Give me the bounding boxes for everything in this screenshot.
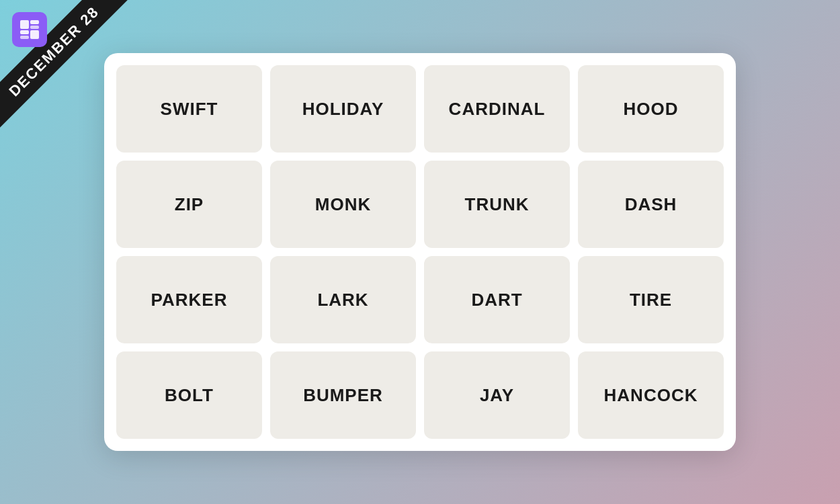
cell-label-8: PARKER <box>151 290 228 310</box>
app-logo-svg <box>19 19 40 40</box>
grid-cell-13[interactable]: BUMPER <box>270 351 416 439</box>
cell-label-9: LARK <box>317 290 368 310</box>
cell-label-3: HOOD <box>624 99 679 120</box>
cell-label-13: BUMPER <box>303 385 383 406</box>
cell-label-4: ZIP <box>175 194 204 215</box>
grid-cell-7[interactable]: DASH <box>578 161 724 248</box>
cell-label-5: MONK <box>315 194 371 215</box>
cell-label-12: BOLT <box>165 385 214 406</box>
cell-label-6: TRUNK <box>465 194 530 215</box>
grid-cell-6[interactable]: TRUNK <box>424 161 570 248</box>
svg-rect-4 <box>20 36 29 39</box>
cell-label-1: HOLIDAY <box>302 99 384 120</box>
grid-cell-11[interactable]: TIRE <box>578 256 724 343</box>
cell-label-2: CARDINAL <box>449 99 546 120</box>
cell-label-0: SWIFT <box>161 99 218 120</box>
svg-rect-5 <box>30 30 39 39</box>
grid-cell-10[interactable]: DART <box>424 256 570 343</box>
grid-cell-3[interactable]: HOOD <box>578 65 724 153</box>
cell-label-7: DASH <box>625 194 677 215</box>
main-card: SWIFTHOLIDAYCARDINALHOODZIPMONKTRUNKDASH… <box>104 53 736 451</box>
grid-cell-5[interactable]: MONK <box>270 161 416 248</box>
app-icon <box>12 12 47 47</box>
grid-cell-8[interactable]: PARKER <box>116 256 262 343</box>
grid-cell-4[interactable]: ZIP <box>116 161 262 248</box>
cell-label-15: HANCOCK <box>604 385 698 406</box>
svg-rect-0 <box>20 20 29 29</box>
svg-rect-3 <box>20 30 29 34</box>
cell-label-14: JAY <box>480 385 514 406</box>
cell-label-10: DART <box>471 290 522 310</box>
grid-cell-2[interactable]: CARDINAL <box>424 65 570 153</box>
grid-cell-14[interactable]: JAY <box>424 351 570 439</box>
grid-cell-9[interactable]: LARK <box>270 256 416 343</box>
cell-label-11: TIRE <box>630 290 672 310</box>
grid-cell-12[interactable]: BOLT <box>116 351 262 439</box>
grid-cell-15[interactable]: HANCOCK <box>578 351 724 439</box>
grid-cell-1[interactable]: HOLIDAY <box>270 65 416 153</box>
svg-rect-1 <box>30 20 39 24</box>
svg-rect-2 <box>30 26 39 29</box>
word-grid: SWIFTHOLIDAYCARDINALHOODZIPMONKTRUNKDASH… <box>116 65 724 439</box>
